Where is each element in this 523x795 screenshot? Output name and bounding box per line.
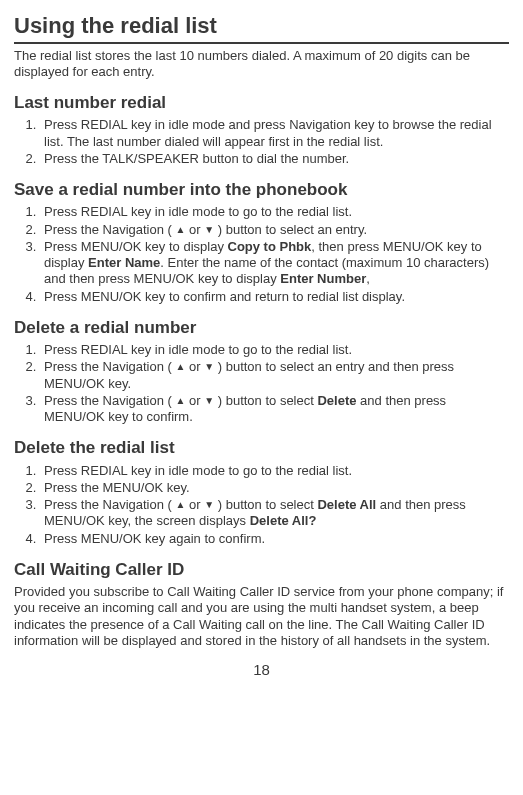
list-item: Press MENU/OK key to display Copy to Phb… [40, 239, 509, 288]
list-item: Press the Navigation ( ▲ or ▼ ) button t… [40, 393, 509, 426]
down-arrow-icon: ▼ [204, 499, 214, 510]
intro-text: The redial list stores the last 10 numbe… [14, 48, 509, 81]
list-item: Press the Navigation ( ▲ or ▼ ) button t… [40, 497, 509, 530]
list-item: Press REDIAL key in idle mode to go to t… [40, 463, 509, 479]
list-last-number-redial: Press REDIAL key in idle mode and press … [14, 117, 509, 167]
list-item: Press MENU/OK key again to confirm. [40, 531, 509, 547]
up-arrow-icon: ▲ [176, 395, 186, 406]
down-arrow-icon: ▼ [204, 395, 214, 406]
page-title: Using the redial list [14, 12, 509, 44]
heading-delete-redial-number: Delete a redial number [14, 317, 509, 338]
down-arrow-icon: ▼ [204, 362, 214, 373]
list-item: Press REDIAL key in idle mode to go to t… [40, 204, 509, 220]
list-item: Press the Navigation ( ▲ or ▼ ) button t… [40, 359, 509, 392]
list-item: Press REDIAL key in idle mode and press … [40, 117, 509, 150]
list-item: Press REDIAL key in idle mode to go to t… [40, 342, 509, 358]
list-delete-redial-number: Press REDIAL key in idle mode to go to t… [14, 342, 509, 425]
list-item: Press the MENU/OK key. [40, 480, 509, 496]
list-item: Press the Navigation ( ▲ or ▼ ) button t… [40, 222, 509, 238]
heading-last-number-redial: Last number redial [14, 92, 509, 113]
up-arrow-icon: ▲ [176, 362, 186, 373]
call-waiting-paragraph: Provided you subscribe to Call Waiting C… [14, 584, 509, 649]
list-item: Press MENU/OK key to confirm and return … [40, 289, 509, 305]
list-save-redial: Press REDIAL key in idle mode to go to t… [14, 204, 509, 305]
heading-delete-redial-list: Delete the redial list [14, 437, 509, 458]
up-arrow-icon: ▲ [176, 499, 186, 510]
list-item: Press the TALK/SPEAKER button to dial th… [40, 151, 509, 167]
heading-save-redial: Save a redial number into the phonebook [14, 179, 509, 200]
down-arrow-icon: ▼ [204, 224, 214, 235]
page-number: 18 [14, 661, 509, 680]
heading-call-waiting: Call Waiting Caller ID [14, 559, 509, 580]
up-arrow-icon: ▲ [176, 224, 186, 235]
list-delete-redial-list: Press REDIAL key in idle mode to go to t… [14, 463, 509, 547]
